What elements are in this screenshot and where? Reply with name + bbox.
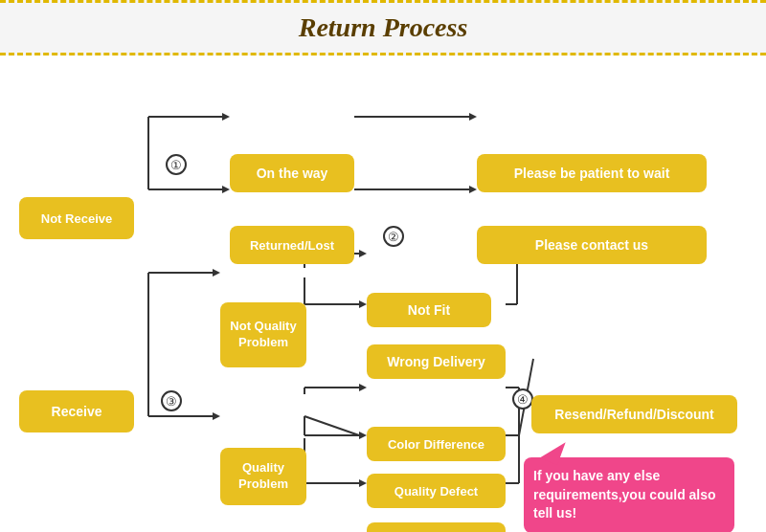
damage-box: Damage bbox=[367, 522, 506, 532]
callout-box: If you have any else requirements,you co… bbox=[524, 457, 734, 532]
color-difference-box: Color Difference bbox=[367, 427, 506, 461]
on-the-way-box: On the way bbox=[230, 154, 354, 192]
contact-us-box: Please contact us bbox=[477, 226, 707, 264]
not-fit-box: Not Fit bbox=[367, 293, 491, 327]
returned-lost-box: Returned/Lost bbox=[230, 226, 354, 264]
receive-box: Receive bbox=[19, 390, 134, 432]
badge-3: ③ bbox=[161, 390, 182, 411]
patient-wait-box: Please be patient to wait bbox=[477, 154, 707, 192]
page-title: Return Process bbox=[299, 12, 468, 42]
quality-defect-box: Quality Defect bbox=[367, 474, 506, 508]
badge-2: ② bbox=[383, 226, 404, 247]
wrong-delivery-box: Wrong Delivery bbox=[367, 344, 506, 379]
quality-problem-box: Quality Problem bbox=[220, 448, 306, 505]
diagram-area: ① ② ③ ④ Not Receive On the way Returned/… bbox=[0, 55, 766, 532]
not-receive-box: Not Receive bbox=[19, 197, 134, 239]
not-quality-problem-box: Not Quality Problem bbox=[220, 302, 306, 367]
resend-box: Resend/Refund/Discount bbox=[531, 395, 737, 433]
badge-1: ① bbox=[166, 154, 187, 175]
header: Return Process bbox=[0, 0, 766, 55]
badge-4: ④ bbox=[512, 388, 533, 410]
